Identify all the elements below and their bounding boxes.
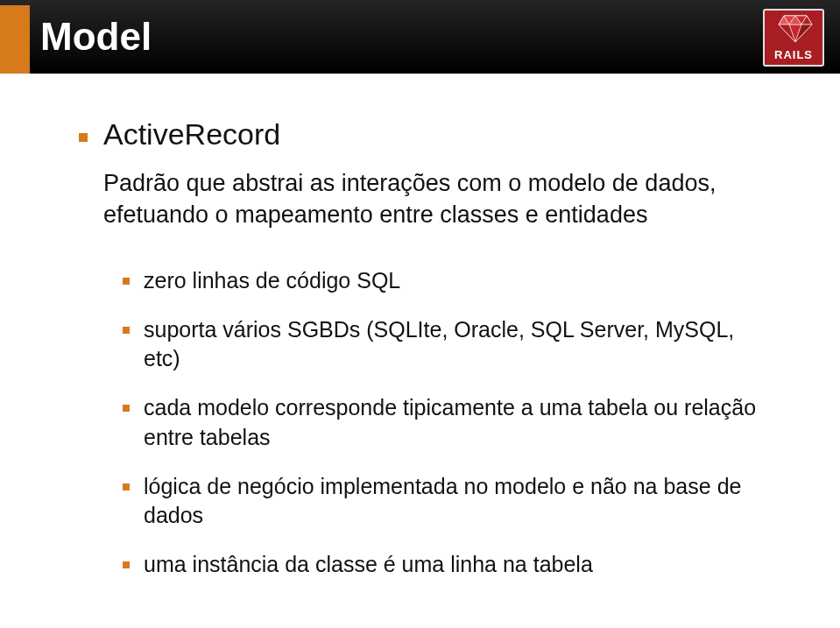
heading-bullet: ActiveRecord	[79, 117, 787, 152]
list-item-text: uma instância da classe é uma linha na t…	[144, 550, 593, 580]
slide-title: Model	[40, 15, 152, 59]
bullet-marker-icon	[123, 561, 130, 568]
list-item: suporta vários SGBDs (SQLIte, Oracle, SQ…	[123, 315, 787, 375]
list-item-text: cada modelo corresponde tipicamente a um…	[144, 393, 774, 453]
slide-body: ActiveRecord Padrão que abstrai as inter…	[0, 74, 840, 625]
list-item: cada modelo corresponde tipicamente a um…	[123, 393, 787, 453]
bullet-marker-icon	[79, 133, 88, 142]
rails-logo: RAILS	[763, 9, 824, 67]
bullet-marker-icon	[123, 327, 130, 334]
ruby-icon	[777, 14, 814, 44]
rails-logo-text: RAILS	[765, 48, 822, 61]
list-item-text: zero linhas de código SQL	[144, 266, 400, 296]
list-item-text: lógica de negócio implementada no modelo…	[144, 472, 774, 532]
list-item: uma instância da classe é uma linha na t…	[123, 550, 787, 580]
accent-block	[0, 5, 30, 74]
heading-text: ActiveRecord	[103, 117, 280, 152]
list-item: zero linhas de código SQL	[123, 266, 787, 296]
bullet-marker-icon	[123, 278, 130, 285]
list-item: lógica de negócio implementada no modelo…	[123, 472, 787, 532]
description-text: Padrão que abstrai as interações com o m…	[103, 167, 787, 231]
list-item-text: suporta vários SGBDs (SQLIte, Oracle, SQ…	[144, 315, 774, 375]
bullet-marker-icon	[123, 405, 130, 412]
bullet-marker-icon	[123, 483, 130, 490]
slide-header: Model RAILS	[0, 0, 840, 74]
